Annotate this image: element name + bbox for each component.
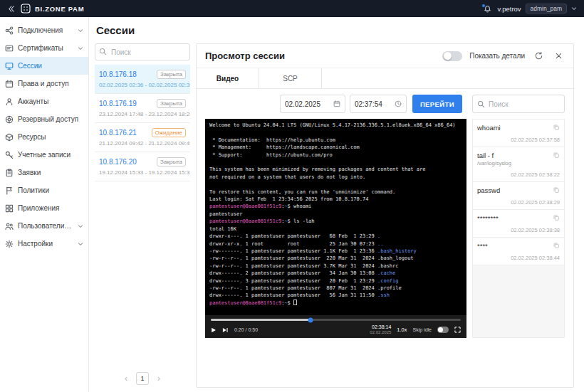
sidebar-collapse-button[interactable] — [7, 5, 15, 13]
sidebar-item-policies[interactable]: Политики — [0, 181, 88, 199]
sidebar-item-certificates[interactable]: Сертификаты — [0, 39, 88, 57]
sidebar-item-users-groups[interactable]: Пользователи и гр... — [0, 217, 88, 235]
topbar: BI.ZONE PAM v.petrov admin_pam — [0, 0, 584, 17]
toggle-knob — [444, 52, 452, 60]
sessions-icon — [5, 62, 14, 70]
terminal-output: Welcome to Ubuntu 24.04.1 LTS (GNU/Linux… — [205, 119, 466, 315]
app-body: Подключения Сертификаты Сессии Права и д… — [0, 17, 584, 392]
session-period: 02.02.2025 02:36 - 02.02.2025 02:39 — [99, 82, 186, 88]
refresh-button[interactable] — [532, 50, 545, 63]
copy-icon[interactable] — [553, 152, 560, 159]
player-timestamp-time: 02:38:14 — [370, 324, 391, 330]
copy-icon[interactable] — [553, 214, 560, 221]
command-log-item[interactable]: whoami 02.02.2025 02:37:58 — [473, 120, 564, 147]
session-list-item[interactable]: 10.8.176.20 Закрыта 19.12.2024 15:33 - 1… — [95, 152, 190, 181]
viewer-tabs: Видео SCP — [197, 68, 573, 89]
viewer-footer — [197, 338, 573, 387]
sidebar-item-applications[interactable]: Приложения — [0, 199, 88, 217]
sidebar-item-requests[interactable]: Заявки — [0, 164, 88, 181]
skip-forward-icon — [222, 327, 229, 333]
sidebar-item-label: Резервный доступ — [18, 115, 78, 123]
viewer-header: Просмотр сессии Показать детали — [197, 44, 573, 68]
session-ip: 10.8.176.19 — [99, 100, 137, 107]
session-ip: 10.8.176.21 — [99, 129, 137, 137]
sidebar-item-accounts[interactable]: Аккаунты — [0, 92, 88, 110]
session-search-input[interactable] — [95, 43, 190, 60]
sidebar-item-resources[interactable]: Ресурсы — [0, 128, 88, 146]
double-chevron-left-icon — [7, 5, 15, 13]
date-input[interactable] — [285, 100, 330, 108]
fullscreen-icon — [454, 327, 461, 333]
sidebar-item-access-rights[interactable]: Права и доступ — [0, 75, 88, 92]
sidebar-item-sessions[interactable]: Сессии — [0, 57, 88, 75]
resources-icon — [5, 133, 14, 142]
copy-icon[interactable] — [553, 186, 560, 194]
play-button[interactable] — [211, 327, 217, 333]
calendar-icon — [333, 100, 340, 107]
sidebar-item-label: Ресурсы — [18, 133, 46, 141]
role-badge: admin_pam — [526, 4, 567, 14]
session-list: 10.8.176.18 Закрыта 02.02.2025 02:36 - 0… — [95, 65, 190, 365]
sidebar-item-backup-access[interactable]: Резервный доступ — [0, 110, 88, 128]
close-icon — [555, 52, 563, 60]
command-search-input[interactable] — [489, 95, 560, 112]
sidebar: Подключения Сертификаты Сессии Права и д… — [0, 17, 89, 392]
notifications-button[interactable] — [484, 5, 491, 13]
command-search — [472, 95, 565, 113]
player-progress-handle[interactable] — [308, 317, 313, 322]
username: v.petrov — [497, 5, 521, 13]
pagination-prev-button[interactable]: ‹ — [125, 374, 127, 383]
show-details-toggle[interactable] — [442, 51, 462, 61]
toggle-knob — [438, 327, 443, 332]
fullscreen-button[interactable] — [454, 327, 461, 333]
time-picker[interactable] — [350, 95, 407, 113]
command-text: passwd — [477, 186, 500, 194]
pagination-next-button[interactable]: › — [157, 374, 160, 383]
player-progress-bar[interactable] — [211, 319, 461, 321]
session-list-panel: 10.8.176.18 Закрыта 02.02.2025 02:36 - 0… — [95, 43, 190, 388]
pagination-page-1[interactable]: 1 — [136, 372, 149, 385]
sidebar-item-label: Сессии — [18, 62, 42, 70]
sidebar-item-label: Аккаунты — [18, 97, 48, 105]
brand: BI.ZONE PAM — [21, 4, 84, 14]
command-log-item[interactable]: tail - f /var/log/syslog 02.02.2025 02:3… — [473, 147, 564, 182]
chevron-down-icon — [78, 241, 83, 247]
player-controls: 0:20 / 0:50 02:38:14 02.02.2025 1.0x Ski… — [205, 315, 466, 338]
playback-speed-button[interactable]: 1.0x — [397, 327, 407, 333]
session-list-item[interactable]: 10.8.176.21 Ожидание 21.12.2024 09:42 - … — [95, 123, 190, 152]
command-log-item[interactable]: ******** 02.02.2025 02:38:38 — [473, 210, 564, 238]
command-log-item[interactable]: **** 02.02.2025 02:38:44 — [473, 238, 564, 265]
brand-name: BI.ZONE PAM — [35, 5, 84, 13]
go-to-time-button[interactable]: ПЕРЕЙТИ — [412, 95, 462, 113]
sidebar-item-label: Подключения — [18, 26, 63, 34]
sidebar-item-credentials[interactable]: Учетные записи — [0, 146, 88, 164]
player-row: Welcome to Ubuntu 24.04.1 LTS (GNU/Linux… — [197, 119, 573, 338]
copy-icon[interactable] — [553, 242, 560, 249]
skip-idle-toggle[interactable] — [437, 327, 449, 333]
brand-logo-icon — [21, 4, 31, 14]
date-picker[interactable] — [280, 95, 345, 113]
session-period: 23.12.2024 17:48 - 23.12.2024 18:26 — [99, 111, 186, 117]
sidebar-item-label: Настройки — [18, 240, 53, 248]
session-ip: 10.8.176.18 — [99, 70, 137, 78]
user-menu[interactable]: v.petrov admin_pam — [497, 4, 577, 14]
sidebar-item-settings[interactable]: Настройки — [0, 235, 88, 253]
chevron-down-icon — [78, 46, 83, 51]
time-input[interactable] — [355, 100, 391, 108]
play-icon — [211, 327, 217, 333]
close-button[interactable] — [552, 50, 565, 63]
clock-icon — [395, 100, 402, 107]
copy-icon[interactable] — [553, 124, 560, 131]
tab-scp[interactable]: SCP — [259, 68, 322, 88]
command-timestamp: 02.02.2025 02:38:38 — [477, 227, 560, 233]
session-list-item[interactable]: 10.8.176.19 Закрыта 23.12.2024 17:48 - 2… — [95, 94, 190, 123]
refresh-icon — [534, 51, 543, 60]
chevron-down-icon — [78, 28, 83, 33]
tab-video[interactable]: Видео — [197, 68, 259, 88]
command-log-item[interactable]: passwd 02.02.2025 02:38:29 — [473, 182, 564, 210]
session-list-item[interactable]: 10.8.176.18 Закрыта 02.02.2025 02:36 - 0… — [95, 65, 190, 94]
skip-forward-button[interactable] — [222, 327, 229, 333]
sidebar-item-label: Пользователи и гр... — [18, 222, 73, 230]
command-text: whoami — [477, 124, 501, 132]
sidebar-item-connections[interactable]: Подключения — [0, 21, 88, 39]
